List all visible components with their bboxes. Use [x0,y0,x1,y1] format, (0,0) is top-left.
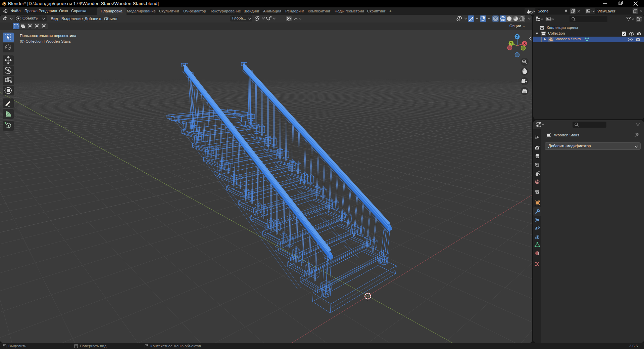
svg-text:Scene: Scene [538,9,549,13]
svg-text:ViewLayer: ViewLayer [597,9,615,13]
svg-text:X: X [524,42,526,45]
svg-text:Y: Y [510,42,512,45]
svg-text:Z: Z [516,35,518,39]
